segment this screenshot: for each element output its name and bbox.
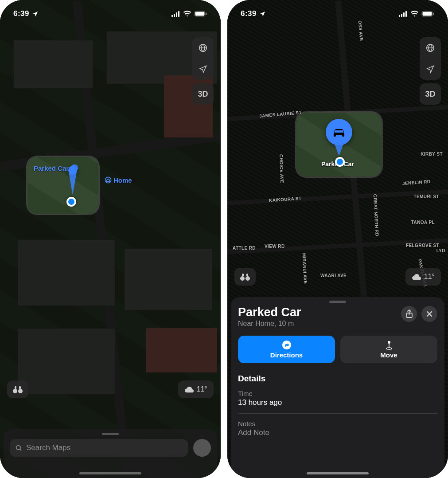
binoculars-icon xyxy=(240,272,250,281)
street-label: TEMURI ST xyxy=(414,194,440,199)
close-icon xyxy=(426,311,432,317)
location-arrow-icon xyxy=(426,65,435,74)
search-sheet[interactable]: Search Maps xyxy=(4,429,217,478)
time-label: Time xyxy=(238,390,437,397)
view-3d-button[interactable]: 3D xyxy=(192,83,214,105)
home-icon xyxy=(105,176,112,184)
search-icon xyxy=(15,444,23,452)
home-label[interactable]: Home xyxy=(105,176,132,184)
notes-placeholder: Add Note xyxy=(238,428,437,437)
map-controls: 3D xyxy=(192,37,214,105)
svg-rect-3 xyxy=(174,14,175,17)
share-icon xyxy=(405,310,413,318)
view-3d-button[interactable]: 3D xyxy=(420,83,441,105)
street-label: FELGROVE ST xyxy=(406,243,439,248)
detail-row-notes[interactable]: Notes Add Note xyxy=(238,420,437,443)
map-canvas[interactable] xyxy=(0,0,221,478)
map-controls: 3D xyxy=(420,37,441,105)
svg-point-1 xyxy=(105,177,111,183)
current-location-dot xyxy=(335,157,345,167)
locate-me-button[interactable] xyxy=(199,59,207,80)
weather-chip[interactable]: 11° xyxy=(178,380,214,398)
map-mode-button[interactable] xyxy=(198,37,208,59)
svg-rect-4 xyxy=(176,12,177,17)
current-location-dot xyxy=(66,197,76,207)
home-indicator xyxy=(307,472,369,474)
notes-label: Notes xyxy=(238,420,437,427)
details-heading: Details xyxy=(238,374,437,384)
map-dim-overlay xyxy=(0,0,221,478)
weather-chip[interactable]: 11° xyxy=(405,268,441,286)
parked-car-text: Parked Car xyxy=(34,165,69,172)
map-control-stack xyxy=(192,37,214,80)
map-mode-button[interactable] xyxy=(425,37,435,59)
svg-point-31 xyxy=(386,348,392,349)
svg-rect-30 xyxy=(389,343,390,348)
svg-rect-16 xyxy=(401,14,402,17)
home-text: Home xyxy=(113,176,132,184)
svg-rect-2 xyxy=(171,15,173,17)
car-pin-icon xyxy=(68,166,77,195)
status-bar: 6:39 xyxy=(0,0,221,24)
place-subtitle: Near Home, 10 m xyxy=(238,320,301,328)
svg-point-10 xyxy=(13,389,17,393)
cellular-icon xyxy=(171,11,180,17)
street-label: KIRBY ST xyxy=(421,152,443,157)
svg-rect-25 xyxy=(242,274,244,276)
grabber-handle[interactable] xyxy=(102,433,119,435)
location-arrow-icon xyxy=(259,11,266,17)
move-label: Move xyxy=(380,351,397,359)
svg-point-11 xyxy=(18,389,23,393)
status-time: 6:39 xyxy=(13,9,29,18)
cellular-icon xyxy=(399,11,408,17)
cloud-icon xyxy=(184,386,194,393)
directions-button[interactable]: Directions xyxy=(238,336,335,363)
street-label: CHOICE AVE xyxy=(279,154,284,183)
wifi-icon xyxy=(410,11,419,17)
svg-rect-5 xyxy=(178,11,179,17)
street-label: LYD xyxy=(436,248,445,253)
street-label: VIEW RD xyxy=(265,244,285,249)
move-button[interactable]: Move xyxy=(340,336,437,363)
street-label: TANOA PL xyxy=(411,220,435,225)
svg-rect-7 xyxy=(195,12,205,16)
battery-icon xyxy=(194,11,207,17)
svg-rect-17 xyxy=(403,12,405,17)
look-around-button[interactable] xyxy=(7,380,28,398)
svg-point-14 xyxy=(16,445,20,449)
cloud-icon xyxy=(412,273,421,280)
profile-avatar[interactable] xyxy=(193,439,211,457)
street-label: ATTLE RD xyxy=(233,246,256,251)
look-around-button[interactable] xyxy=(234,268,256,286)
svg-rect-15 xyxy=(399,15,400,17)
svg-rect-21 xyxy=(433,13,434,15)
weather-temp: 11° xyxy=(424,273,435,281)
place-title: Parked Car xyxy=(238,306,301,319)
street-label: WAARI AVE xyxy=(320,273,347,278)
share-button[interactable] xyxy=(401,306,417,322)
close-button[interactable] xyxy=(421,306,437,322)
wifi-icon xyxy=(183,11,191,17)
svg-rect-12 xyxy=(15,386,16,389)
battery-icon xyxy=(421,11,435,17)
status-bar: 6:39 xyxy=(227,0,448,24)
svg-rect-26 xyxy=(246,274,248,276)
grabber-handle[interactable] xyxy=(329,301,346,303)
search-input[interactable]: Search Maps xyxy=(10,439,188,457)
search-placeholder: Search Maps xyxy=(26,443,70,452)
time-value: 13 hours ago xyxy=(238,398,437,407)
globe-icon xyxy=(198,43,208,53)
home-indicator xyxy=(79,472,141,474)
location-arrow-icon xyxy=(199,65,207,74)
place-detail-sheet[interactable]: Parked Car Near Home, 10 m Directions Mo… xyxy=(231,297,444,478)
svg-point-24 xyxy=(245,276,250,281)
binoculars-icon xyxy=(12,385,23,394)
svg-rect-18 xyxy=(405,11,407,17)
car-pin-large xyxy=(326,119,352,156)
globe-icon xyxy=(425,43,435,53)
weather-temp: 11° xyxy=(197,385,207,393)
detail-row-time: Time 13 hours ago xyxy=(238,390,437,414)
locate-me-button[interactable] xyxy=(426,59,435,80)
svg-rect-8 xyxy=(206,13,207,15)
move-pin-icon xyxy=(385,340,393,350)
